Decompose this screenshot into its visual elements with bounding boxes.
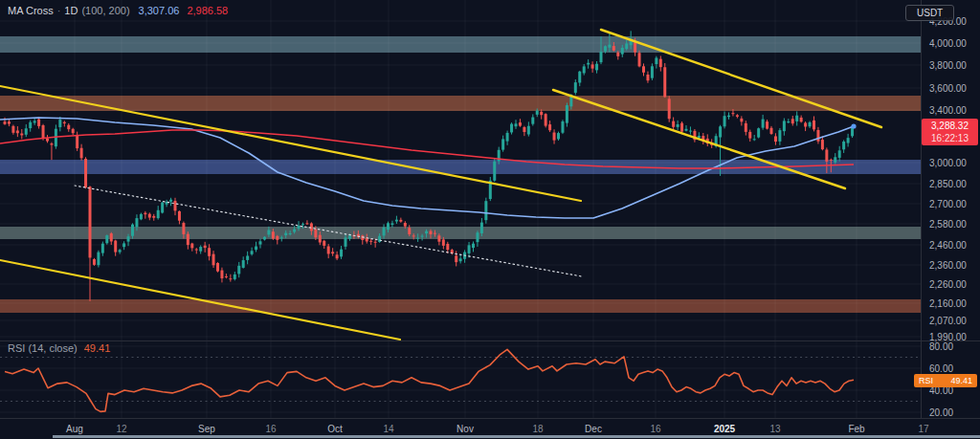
resistance-zone-4000 [0,36,921,53]
price-tick-label: 2,580.00 [929,219,967,230]
time-tick-label: Sep [198,424,215,434]
support-zone-2150 [0,299,921,313]
currency-toggle-button[interactable]: USDT [905,5,954,21]
time-tick-label: 14 [383,424,393,434]
last-price-badge: 3,288.32 16:22:13 [922,119,978,145]
indicator-params: (100, 200) [81,5,129,16]
last-price-marker [851,123,856,128]
price-tick-label: 2,460.00 [929,240,967,251]
support-resistance-zones [0,36,921,313]
rsi-badge-label: RSI [919,376,933,385]
trading-chart-window: MA Cross·1D(100, 200)3,307.062,986.58 US… [0,0,980,439]
time-tick-label: Feb [848,424,864,434]
rsi-badge-value: 49.41 [950,376,972,385]
price-tick-label: 2,700.00 [929,199,967,209]
timeframe-label: 1D [64,5,78,16]
price-tick-label: 3,600.00 [929,83,967,94]
price-tick-label: 2,850.00 [929,179,967,189]
price-tick-label: 2,070.00 [929,316,967,326]
rsi-tick-label: 60.00 [929,363,953,374]
rsi-legend-label: RSI (14, close) [8,342,78,354]
time-tick-label: 12 [116,424,126,434]
last-price-value: 3,288.32 [922,120,978,132]
indicator-name: MA Cross [8,5,54,16]
time-tick-label: 13 [769,424,780,434]
rsi-value-badge: RSI 49.41 [914,374,977,387]
indicator-legend[interactable]: MA Cross·1D(100, 200)3,307.062,986.58 [8,5,228,16]
time-tick-label: Nov [457,424,474,434]
price-tick-label: 2,360.00 [929,260,967,271]
price-tick-label: 2,260.00 [929,279,967,290]
rsi-pane [0,349,921,411]
price-tick-label: 2,160.00 [929,298,967,309]
time-tick-label: 16 [265,424,276,434]
rsi-legend-value: 49.41 [84,342,111,354]
rsi-tick-label: 80.00 [929,341,953,352]
timeline-scrollbar[interactable] [53,435,980,438]
time-tick-label: Oct [327,424,343,434]
rsi-tick-label: 20.00 [929,407,953,418]
price-tick-label: 3,000.00 [929,158,967,168]
ma100-value: 3,307.06 [139,5,180,16]
grid-lines [0,0,921,418]
pane-dividers [0,0,980,419]
price-tick-label: 4,000.00 [929,38,967,49]
time-tick-label: Aug [66,424,83,434]
ma200-value: 2,986.58 [187,5,228,16]
time-tick-label: Dec [585,424,602,434]
price-chart-svg[interactable] [0,0,980,439]
price-tick-label: 3,800.00 [929,60,967,71]
legend-separator: · [57,5,61,16]
zone-2530 [0,227,921,239]
time-tick-label: 16 [650,424,660,434]
candle-countdown: 16:22:13 [922,132,978,144]
time-tick-label: 17 [918,424,928,434]
rsi-legend[interactable]: RSI (14, close)49.41 [8,342,110,354]
price-tick-label: 3,400.00 [929,105,967,116]
time-tick-label: 2025 [714,424,735,434]
time-tick-label: 18 [532,424,543,434]
supply-zone-3470 [0,96,921,111]
